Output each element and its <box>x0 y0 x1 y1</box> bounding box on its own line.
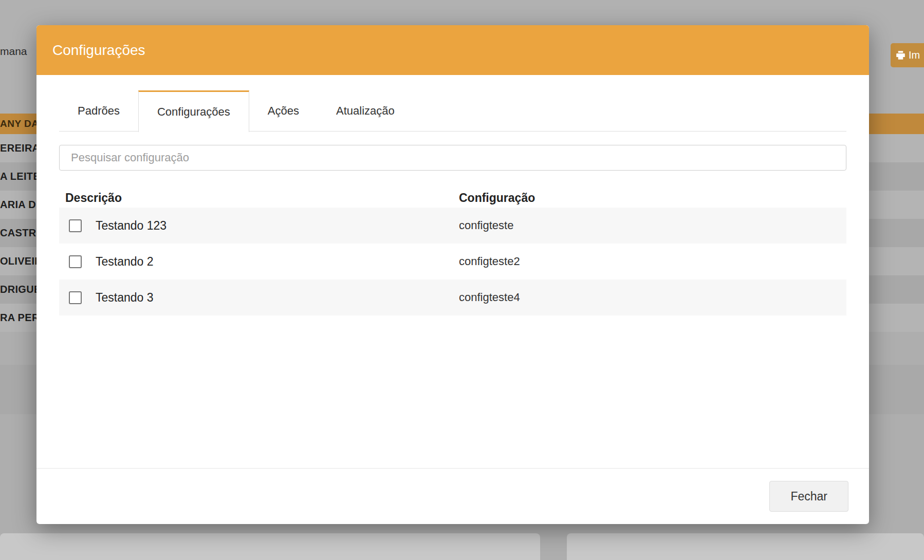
row-description: Testando 2 <box>96 255 154 269</box>
table-row: Testando 3 configteste4 <box>59 279 846 315</box>
background-row-text: A LEITE <box>0 171 40 182</box>
background-row-text: DRIGUE <box>0 284 41 295</box>
tab-bar: Padrões Configurações Ações Atualização <box>59 90 846 132</box>
printer-icon <box>896 50 905 60</box>
search-input[interactable] <box>59 145 846 171</box>
background-table-header-text: ANY DA <box>0 118 39 129</box>
background-partial-text: mana <box>0 45 27 58</box>
print-button-label: Im <box>909 49 920 61</box>
background-row-text: OLIVEIR <box>0 255 42 267</box>
search-wrapper <box>59 145 846 171</box>
table-row: Testando 123 configteste <box>59 208 846 244</box>
row-description: Testando 3 <box>96 291 154 305</box>
table-row: Testando 2 configteste2 <box>59 244 846 279</box>
print-button[interactable]: Im <box>891 43 924 67</box>
background-panel-left <box>0 533 540 560</box>
modal-header: Configurações <box>36 25 869 75</box>
background-row-text: EREIRA <box>0 142 40 154</box>
tab-padroes[interactable]: Padrões <box>59 90 138 132</box>
column-header-description: Descrição <box>59 191 459 205</box>
tab-acoes[interactable]: Ações <box>249 90 318 132</box>
modal-footer: Fechar <box>36 468 869 524</box>
tab-configuracoes[interactable]: Configurações <box>138 90 249 132</box>
row-config: configteste4 <box>459 291 846 304</box>
tab-atualizacao[interactable]: Atualização <box>318 90 413 132</box>
row-checkbox[interactable] <box>69 291 82 304</box>
row-config: configteste <box>459 219 846 232</box>
modal-title: Configurações <box>52 42 145 59</box>
screen: mana Im ANY DA EREIRA A LEITE ARIA D CAS… <box>0 0 924 560</box>
table-header-row: Descrição Configuração <box>59 188 846 208</box>
background-panel-right <box>567 533 924 560</box>
config-table: Descrição Configuração Testando 123 conf… <box>59 188 846 315</box>
close-button[interactable]: Fechar <box>769 481 848 512</box>
row-description: Testando 123 <box>96 219 167 233</box>
column-header-config: Configuração <box>459 191 846 205</box>
background-row-text: RA PER <box>0 312 40 324</box>
row-config: configteste2 <box>459 255 846 268</box>
row-checkbox[interactable] <box>69 255 82 268</box>
row-checkbox[interactable] <box>69 219 82 232</box>
background-row-text: ARIA D <box>0 199 36 211</box>
settings-modal: Configurações Padrões Configurações Açõe… <box>36 25 869 524</box>
